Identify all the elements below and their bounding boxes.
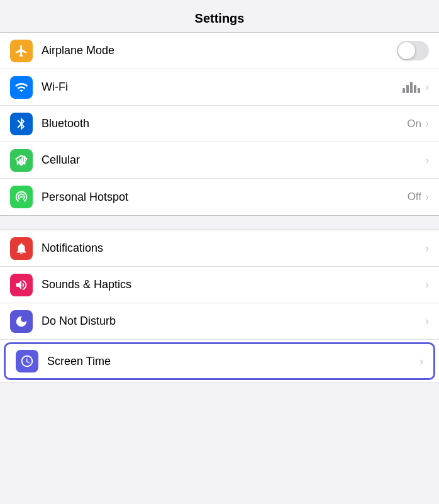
screen-time-icon: [16, 350, 38, 372]
wifi-label: Wi-Fi: [42, 81, 403, 94]
wifi-signal-bars: [403, 82, 420, 93]
settings-row-wifi[interactable]: Wi-Fi›: [0, 69, 439, 106]
notifications-chevron: ›: [425, 242, 429, 255]
wifi-chevron: ›: [425, 81, 429, 94]
do-not-disturb-right: ›: [423, 315, 429, 328]
airplane-mode-label: Airplane Mode: [42, 44, 397, 57]
svg-rect-2: [21, 157, 23, 164]
notifications-label: Notifications: [42, 242, 423, 255]
personal-hotspot-right: Off›: [408, 191, 429, 204]
airplane-icon: [10, 40, 33, 62]
bluetooth-value: On: [407, 118, 421, 130]
screen-time-right: ›: [417, 355, 423, 368]
hotspot-icon: [10, 186, 33, 208]
screen-time-chevron: ›: [420, 355, 423, 368]
settings-row-personal-hotspot[interactable]: Personal HotspotOff›: [0, 179, 439, 215]
airplane-mode-toggle[interactable]: [397, 41, 429, 60]
page-header: Settings: [0, 0, 439, 32]
settings-row-cellular[interactable]: Cellular›: [0, 142, 439, 179]
personal-hotspot-chevron: ›: [425, 191, 429, 204]
svg-rect-3: [24, 155, 26, 164]
sounds-haptics-label: Sounds & Haptics: [42, 278, 423, 291]
bluetooth-chevron: ›: [425, 117, 429, 130]
bluetooth-right: On›: [407, 117, 429, 130]
screen-time-label: Screen Time: [47, 355, 417, 368]
settings-row-sounds-haptics[interactable]: Sounds & Haptics›: [0, 267, 439, 303]
svg-rect-0: [17, 160, 19, 164]
wifi-icon: [10, 76, 33, 99]
settings-row-screen-time[interactable]: Screen Time›: [4, 342, 435, 380]
cellular-chevron: ›: [425, 154, 429, 167]
settings-row-bluetooth[interactable]: BluetoothOn›: [0, 106, 439, 142]
settings-row-notifications[interactable]: Notifications›: [0, 230, 439, 267]
cellular-icon: [10, 149, 33, 172]
sounds-haptics-chevron: ›: [425, 278, 429, 291]
personal-hotspot-value: Off: [408, 191, 421, 203]
settings-group-connectivity: Airplane ModeWi-Fi›BluetoothOn›Cellular›…: [0, 32, 439, 216]
bluetooth-label: Bluetooth: [42, 117, 407, 130]
notifications-right: ›: [423, 242, 429, 255]
sounds-icon: [10, 274, 33, 296]
notifications-icon: [10, 237, 33, 260]
cellular-right: ›: [423, 154, 429, 167]
page-title: Settings: [0, 11, 439, 26]
settings-row-do-not-disturb[interactable]: Do Not Disturb›: [0, 303, 439, 340]
airplane-mode-right: [397, 41, 429, 60]
do-not-disturb-label: Do Not Disturb: [42, 315, 423, 328]
do-not-disturb-chevron: ›: [425, 315, 429, 328]
bluetooth-icon: [10, 113, 33, 135]
sounds-haptics-right: ›: [423, 278, 429, 291]
cellular-label: Cellular: [42, 154, 423, 167]
svg-rect-1: [19, 159, 21, 164]
personal-hotspot-label: Personal Hotspot: [42, 191, 408, 204]
moon-icon: [10, 310, 33, 333]
settings-row-airplane-mode[interactable]: Airplane Mode: [0, 33, 439, 69]
settings-group-system: Notifications›Sounds & Haptics›Do Not Di…: [0, 230, 439, 383]
wifi-right: ›: [403, 81, 429, 94]
